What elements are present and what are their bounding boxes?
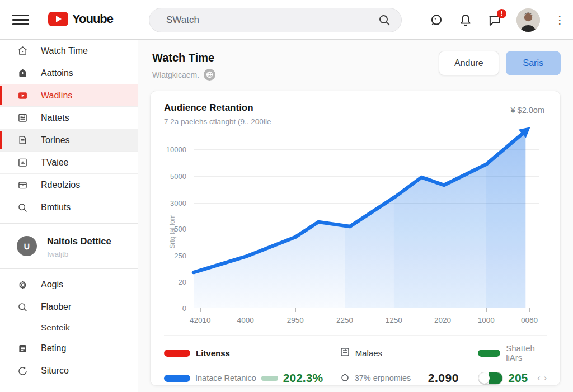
x-tick-mark: [200, 308, 201, 312]
timer-icon: [340, 372, 350, 384]
sidebar-item-torlnes[interactable]: Torlnes: [0, 129, 138, 152]
user-badge-icon: ∪: [17, 236, 37, 256]
x-tick-mark: [345, 308, 345, 312]
clock-icon[interactable]: [429, 13, 444, 27]
prev-icon[interactable]: ‹: [537, 373, 540, 383]
sidebar-item-aogis[interactable]: Aogis: [0, 273, 138, 296]
sidebar-item-beting[interactable]: Beting: [0, 337, 138, 360]
search-bar[interactable]: [149, 8, 402, 32]
y-tick-label: 3000: [170, 199, 186, 207]
sidebar-item-nattets[interactable]: Nattets: [0, 107, 138, 129]
chart-icon: [17, 157, 29, 168]
legend-item-malaes[interactable]: Malaes: [340, 347, 478, 359]
notification-badge: !: [497, 9, 506, 18]
x-tick-mark: [486, 308, 487, 312]
y-tick-label: 20: [179, 277, 186, 286]
y-tick-label: 0: [182, 304, 186, 313]
main-content: Watch Time Wlatgkicaem. Andure Saris Aud…: [138, 40, 573, 392]
list-icon: [340, 347, 350, 359]
sidebar-item-aattoins[interactable]: Aattoins: [0, 62, 138, 84]
search-icon: [17, 301, 29, 313]
audience-retention-card: Audience Retantion 7 2a paelehs ctlangbt…: [150, 91, 561, 386]
brand-name: Youube: [72, 12, 113, 26]
document-icon: [17, 134, 29, 146]
stat-toggle-value: 205: [508, 371, 528, 385]
history-icon: [17, 365, 29, 377]
legend-item-shatteh[interactable]: Shatteh liArs: [478, 343, 547, 362]
header-buttons: Andure Saris: [439, 51, 561, 75]
menu-icon[interactable]: [12, 15, 29, 26]
legend-row: Litvenss Malaes Shatteh liArs: [164, 335, 547, 362]
green-swatch: [478, 350, 500, 357]
profile-subtitle: Iwaljtb: [47, 250, 111, 258]
home-icon: [17, 45, 29, 56]
y-axis: 1000050003000500250200: [164, 134, 190, 308]
sidebar-divider: [0, 223, 138, 224]
legend-item-litvenss[interactable]: Litvenss: [164, 348, 340, 358]
sidebar-item-flaober[interactable]: Flaober: [0, 296, 138, 318]
line-chart-svg: [194, 134, 539, 308]
card-top-right-value: ¥ $2.0om: [511, 106, 544, 115]
plot-area: [194, 134, 539, 308]
stat-retention: Inatace Retanico 202.3%: [164, 371, 340, 385]
sidebar-divider-2: [0, 268, 138, 269]
x-tick-mark: [443, 308, 443, 312]
sidebar-item-senteik[interactable]: Senteik: [0, 318, 138, 337]
pager: ‹ ›: [537, 373, 547, 383]
toggle-switch[interactable]: [478, 372, 503, 385]
stat-toggle-group: 205 ‹ ›: [478, 371, 547, 385]
page-subtitle: Wlatgkicaem.: [152, 69, 215, 81]
avatar[interactable]: [516, 8, 540, 32]
topbar: Youube !: [0, 0, 573, 40]
x-tick-label: 2020: [434, 316, 451, 324]
chat-icon[interactable]: !: [487, 13, 502, 27]
x-tick-mark: [295, 308, 296, 312]
notes-icon: [17, 343, 29, 355]
topbar-actions: ! ⋮: [429, 0, 565, 40]
search-input[interactable]: [165, 14, 378, 26]
sidebar-item-rdeolzios[interactable]: Rdeolzios: [0, 174, 138, 196]
briefcase-icon: [17, 179, 29, 191]
search-icon[interactable]: [378, 13, 391, 27]
y-tick-label: 500: [174, 225, 186, 233]
play-button-icon: [48, 12, 68, 26]
x-tick-label: 0060: [521, 316, 538, 324]
sidebar-item-wadlins[interactable]: Wadlins: [0, 84, 138, 107]
more-options-icon[interactable]: ⋮: [555, 15, 565, 25]
y-tick-label: 250: [174, 252, 186, 260]
play-box-icon: [17, 89, 29, 101]
sidebar-profile[interactable]: ∪ Naltols Dettice Iwaljtb: [0, 228, 138, 264]
light-green-swatch: [261, 376, 278, 381]
sidebar: Watch Time Aattoins Wadlins Nattets Torl…: [0, 40, 138, 392]
x-tick-label: 2950: [287, 316, 304, 324]
globe-badge-icon[interactable]: [204, 69, 215, 81]
search-icon: [17, 202, 29, 214]
stat-erpnomies: 37% erpnomies 2.090: [340, 371, 478, 385]
toggle-knob: [479, 373, 490, 384]
stats-row: Inatace Retanico 202.3% 37% erpnomies 2.…: [164, 371, 547, 385]
chart: Srtq tal fom 1000050003000500250200 4201…: [164, 134, 547, 327]
bell-icon[interactable]: [458, 13, 473, 27]
x-tick-label: 2250: [336, 316, 353, 324]
next-icon[interactable]: ›: [544, 373, 547, 383]
news-icon: [17, 112, 29, 124]
youtube-logo[interactable]: Youube: [48, 12, 113, 26]
andure-button[interactable]: Andure: [439, 51, 499, 75]
blue-swatch: [164, 375, 190, 382]
gear-icon: [17, 279, 29, 291]
sidebar-item-siturco[interactable]: Siturco: [0, 360, 138, 382]
profile-title: Naltols Dettice: [47, 236, 111, 247]
x-tick-label: 4000: [237, 316, 254, 324]
card-title: Audience Retantion: [164, 102, 547, 114]
x-tick-mark: [394, 308, 394, 312]
page-title: Watch Time: [152, 51, 214, 64]
x-axis: 420104000295022501250202010000060: [194, 314, 539, 326]
x-tick-label: 1250: [386, 316, 402, 324]
red-swatch: [164, 350, 190, 357]
sidebar-item-watch-time[interactable]: Watch Time: [0, 40, 138, 62]
stat-retention-value: 202.3%: [283, 371, 323, 385]
x-tick-mark: [529, 308, 530, 312]
saris-button[interactable]: Saris: [506, 51, 561, 75]
sidebar-item-tvaiee[interactable]: TVaiee: [0, 152, 138, 174]
sidebar-item-bmtiuts[interactable]: Bmtiuts: [0, 196, 138, 219]
